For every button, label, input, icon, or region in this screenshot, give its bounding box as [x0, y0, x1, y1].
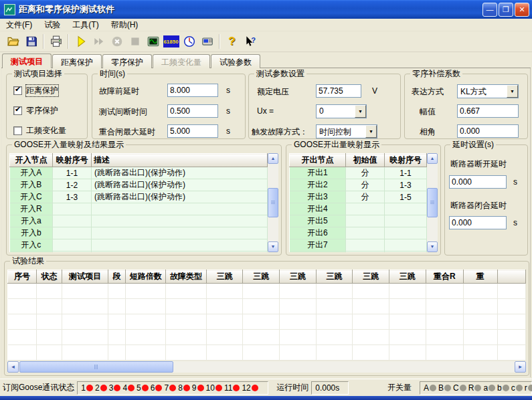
table-row[interactable]: 开出8 [290, 252, 427, 253]
help-icon: ? [228, 35, 235, 48]
save-button[interactable] [22, 33, 40, 50]
table-row[interactable]: 开入B1-2(跳断路器出口)(保护动作) [10, 179, 268, 191]
table-row[interactable]: 开入a [10, 215, 268, 227]
open-button[interactable] [4, 33, 22, 50]
scroll-up-icon[interactable]: ▲ [427, 153, 438, 164]
trigger-mode-value: 时间控制 [317, 125, 365, 138]
column-header[interactable]: 初始值 [346, 154, 385, 167]
column-header[interactable]: 描述 [92, 154, 268, 167]
table-row[interactable]: 开出7 [290, 239, 427, 252]
expression-select[interactable]: KL方式 ▼ [457, 84, 519, 98]
scroll-down-icon[interactable]: ▼ [427, 241, 438, 252]
vector-button[interactable] [180, 33, 198, 50]
device-button[interactable] [198, 33, 216, 50]
column-header[interactable]: 三跳 [316, 270, 353, 284]
table-row[interactable]: 开入b [10, 227, 268, 239]
column-header[interactable]: 开出节点 [290, 154, 346, 167]
scroll-down-icon[interactable]: ▼ [268, 241, 278, 252]
iec61850-button[interactable]: 61850 [162, 33, 180, 50]
column-header[interactable]: 序号 [8, 270, 37, 284]
vertical-scrollbar[interactable]: ▲ ▼ [427, 153, 438, 252]
table-row[interactable]: 开出3分1-5 [290, 191, 427, 203]
print-button[interactable] [47, 33, 65, 50]
waveform-button[interactable] [144, 33, 162, 50]
tab-zero-seq-protection[interactable]: 零序保护 [102, 54, 152, 68]
print-icon [50, 35, 62, 47]
maximize-button[interactable]: ❒ [499, 3, 513, 17]
vertical-scrollbar[interactable]: ▲ ▼ [268, 153, 278, 252]
scrollbar-thumb[interactable] [268, 188, 278, 217]
tab-distance-protection[interactable]: 距离保护 [52, 54, 102, 68]
context-help-button[interactable]: ? [241, 33, 259, 50]
table-row[interactable]: 开出1分1-1 [290, 167, 427, 179]
column-header[interactable]: 三跳 [280, 270, 317, 284]
menu-help[interactable]: 帮助(H) [105, 19, 145, 31]
goose-indicator: 11 [224, 383, 240, 393]
angle-input[interactable] [457, 124, 519, 138]
switch-indicator: B [438, 383, 451, 393]
column-header[interactable]: 三跳 [243, 270, 280, 284]
help-button[interactable]: ? [223, 33, 241, 50]
scroll-right-icon[interactable]: ▸ [515, 361, 526, 373]
table-row[interactable]: 开入C1-3(跳断路器出口)(保护动作) [10, 191, 268, 203]
table-row[interactable]: 开出6 [290, 227, 427, 239]
column-header[interactable]: 开入节点 [10, 154, 53, 167]
column-header[interactable]: 映射序号 [385, 154, 427, 167]
chevron-down-icon[interactable]: ▼ [365, 125, 377, 138]
scrollbar-thumb[interactable] [19, 361, 173, 373]
column-header[interactable]: 状态 [37, 270, 62, 284]
tab-test-items[interactable]: 测试项目 [2, 54, 52, 68]
field-label: Ux = [257, 106, 274, 116]
close-button[interactable]: ✕ [515, 3, 529, 17]
trigger-mode-select[interactable]: 时间控制 ▼ [316, 124, 377, 138]
run-button[interactable] [72, 33, 90, 50]
menu-tools[interactable]: 工具(T) [66, 19, 104, 31]
horizontal-scrollbar[interactable]: ◂ ▸ [7, 361, 526, 373]
checkbox-zero-seq-protection[interactable]: 零序保护 [13, 105, 58, 116]
scroll-left-icon[interactable]: ◂ [7, 361, 19, 373]
rated-voltage-input[interactable] [316, 84, 361, 98]
table-row[interactable]: 开入c [10, 239, 268, 252]
minimize-button[interactable]: — [482, 3, 497, 17]
column-header[interactable]: 段 [108, 270, 125, 284]
column-header[interactable]: 三跳 [389, 270, 426, 284]
chevron-down-icon[interactable]: ▼ [507, 85, 518, 98]
table-row[interactable]: 开出5 [290, 215, 427, 227]
checkbox-icon[interactable] [13, 86, 22, 95]
chevron-down-icon[interactable]: ▼ [355, 105, 366, 118]
table-row[interactable]: 开入A1-1(跳断路器出口)(保护动作) [10, 167, 268, 179]
table-row[interactable]: 开出2分1-3 [290, 179, 427, 191]
pre-fault-delay-input[interactable] [167, 84, 218, 97]
reclose-max-delay-input[interactable] [167, 124, 218, 138]
menu-file[interactable]: 文件(F) [0, 19, 38, 31]
table-row[interactable]: 开出4 [290, 203, 427, 215]
column-header[interactable]: 重合R [426, 270, 463, 284]
column-header[interactable]: 三跳 [206, 270, 243, 284]
column-header[interactable]: 测试项目 [62, 270, 108, 284]
tab-test-params[interactable]: 试验参数 [211, 54, 260, 68]
empty-row [8, 345, 526, 361]
breaker-open-delay-input[interactable] [449, 175, 507, 189]
checkbox-power-freq-variation[interactable]: 工频变化量 [13, 125, 66, 136]
checkbox-icon[interactable] [13, 106, 22, 115]
table-row[interactable]: 开入R [10, 203, 268, 215]
checkbox-icon[interactable] [13, 126, 22, 135]
column-header[interactable]: 重 [463, 270, 497, 284]
checkbox-distance-protection[interactable]: 距离保护 [13, 85, 58, 96]
field-unit: s [226, 86, 230, 95]
field-label: 断路器断开延时 [450, 159, 507, 170]
scrollbar-thumb[interactable] [427, 188, 438, 217]
menu-test[interactable]: 试验 [38, 19, 66, 31]
breaker-close-delay-input[interactable] [449, 216, 507, 229]
column-header[interactable]: 映射序号 [53, 154, 92, 167]
column-header[interactable]: 故障类型 [166, 270, 206, 284]
column-header[interactable]: 短路倍数 [125, 270, 165, 284]
table-row[interactable]: 开入r [10, 252, 268, 253]
scroll-up-icon[interactable]: ▲ [268, 153, 278, 164]
tab-power-freq-variation: 工频变化量 [153, 54, 210, 68]
ux-select[interactable]: 0 ▼ [316, 104, 367, 118]
column-header[interactable]: 三跳 [353, 270, 389, 284]
test-interval-input[interactable] [167, 104, 218, 118]
column-header[interactable] [497, 270, 525, 284]
magnitude-input[interactable] [457, 104, 519, 118]
